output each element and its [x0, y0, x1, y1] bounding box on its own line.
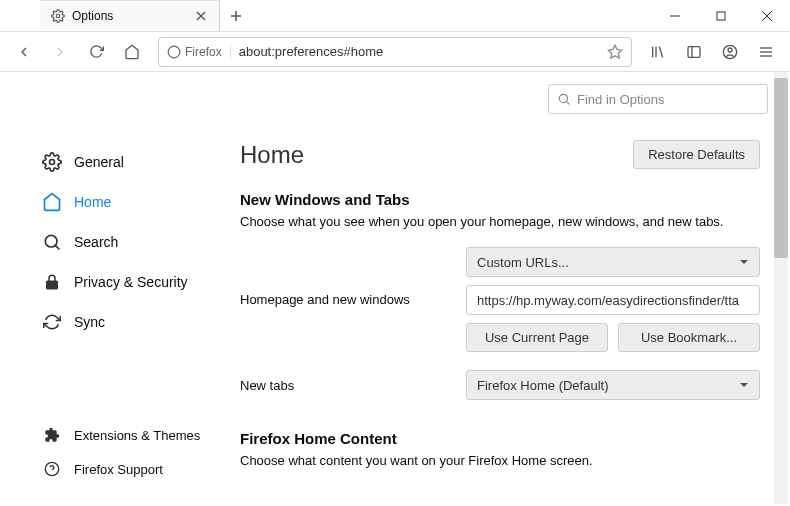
sidebar-item-search[interactable]: Search: [38, 222, 210, 262]
url-text[interactable]: about:preferences#home: [239, 44, 607, 59]
svg-marker-10: [608, 45, 621, 58]
back-button[interactable]: [8, 36, 40, 68]
use-current-page-button[interactable]: Use Current Page: [466, 323, 608, 352]
svg-line-23: [55, 245, 59, 249]
sidebar-item-label: Home: [74, 194, 111, 210]
gear-icon: [42, 152, 62, 172]
main-panel: Find in Options Home Restore Defaults Ne…: [210, 72, 790, 506]
bookmark-star-icon[interactable]: [607, 44, 623, 60]
identity-label: Firefox: [185, 45, 222, 59]
preferences-sidebar: General Home Search Privacy & Security S…: [0, 72, 210, 506]
sidebar-item-label: Extensions & Themes: [74, 428, 200, 443]
help-icon: [42, 459, 62, 479]
sidebar-item-label: Firefox Support: [74, 462, 163, 477]
titlebar: Options: [0, 0, 790, 32]
search-icon: [42, 232, 62, 252]
homepage-url-input[interactable]: https://hp.myway.com/easydirectionsfinde…: [466, 285, 760, 315]
menu-button[interactable]: [750, 36, 782, 68]
section-title: New Windows and Tabs: [240, 191, 760, 208]
section-title: Firefox Home Content: [240, 430, 760, 447]
sidebar-item-sync[interactable]: Sync: [38, 302, 210, 342]
sidebar-item-support[interactable]: Firefox Support: [38, 452, 210, 486]
minimize-button[interactable]: [652, 0, 698, 31]
window-controls: [652, 0, 790, 31]
homepage-select[interactable]: Custom URLs...: [466, 247, 760, 277]
svg-point-26: [559, 94, 567, 102]
sidebar-item-label: Sync: [74, 314, 105, 330]
svg-rect-14: [688, 46, 700, 57]
search-icon: [557, 92, 571, 106]
svg-point-9: [168, 46, 180, 58]
firefox-icon: [167, 45, 181, 59]
svg-point-21: [50, 160, 55, 165]
home-icon: [42, 192, 62, 212]
svg-marker-28: [740, 260, 748, 264]
new-tab-button[interactable]: [220, 0, 252, 31]
svg-rect-6: [717, 12, 725, 20]
svg-marker-29: [740, 383, 748, 387]
identity-box[interactable]: Firefox: [167, 45, 231, 59]
page-title: Home: [240, 141, 633, 169]
svg-line-13: [659, 46, 662, 57]
maximize-button[interactable]: [698, 0, 744, 31]
sidebar-button[interactable]: [678, 36, 710, 68]
lock-icon: [42, 272, 62, 292]
scrollbar-thumb[interactable]: [774, 78, 788, 258]
account-button[interactable]: [714, 36, 746, 68]
close-window-button[interactable]: [744, 0, 790, 31]
sidebar-item-label: Privacy & Security: [74, 274, 188, 290]
sidebar-item-extensions[interactable]: Extensions & Themes: [38, 418, 210, 452]
sidebar-item-label: General: [74, 154, 124, 170]
homepage-label: Homepage and new windows: [240, 292, 450, 307]
scrollbar[interactable]: [774, 72, 788, 504]
content-area: General Home Search Privacy & Security S…: [0, 72, 790, 506]
forward-button[interactable]: [44, 36, 76, 68]
home-button[interactable]: [116, 36, 148, 68]
sidebar-item-home[interactable]: Home: [38, 182, 210, 222]
sidebar-item-label: Search: [74, 234, 118, 250]
sidebar-item-privacy[interactable]: Privacy & Security: [38, 262, 210, 302]
chevron-down-icon: [739, 380, 749, 390]
restore-defaults-button[interactable]: Restore Defaults: [633, 140, 760, 169]
svg-point-17: [728, 48, 732, 52]
address-bar[interactable]: Firefox about:preferences#home: [158, 37, 632, 67]
newtabs-select[interactable]: Firefox Home (Default): [466, 370, 760, 400]
svg-point-22: [45, 235, 57, 247]
close-tab-button[interactable]: [193, 8, 209, 24]
svg-point-0: [56, 14, 60, 18]
sync-icon: [42, 312, 62, 332]
select-value: Custom URLs...: [477, 255, 569, 270]
find-in-options[interactable]: Find in Options: [548, 84, 768, 114]
input-value: https://hp.myway.com/easydirectionsfinde…: [477, 293, 739, 308]
puzzle-icon: [42, 425, 62, 445]
find-placeholder: Find in Options: [577, 92, 664, 107]
nav-toolbar: Firefox about:preferences#home: [0, 32, 790, 72]
chevron-down-icon: [739, 257, 749, 267]
svg-line-27: [566, 101, 569, 104]
use-bookmark-button[interactable]: Use Bookmark...: [618, 323, 760, 352]
select-value: Firefox Home (Default): [477, 378, 608, 393]
section-description: Choose what content you want on your Fir…: [240, 453, 760, 468]
library-button[interactable]: [642, 36, 674, 68]
reload-button[interactable]: [80, 36, 112, 68]
tab-title: Options: [72, 9, 193, 23]
browser-tab[interactable]: Options: [40, 0, 220, 31]
gear-icon: [50, 8, 66, 24]
sidebar-item-general[interactable]: General: [38, 142, 210, 182]
section-description: Choose what you see when you open your h…: [240, 214, 760, 229]
newtabs-label: New tabs: [240, 378, 450, 393]
